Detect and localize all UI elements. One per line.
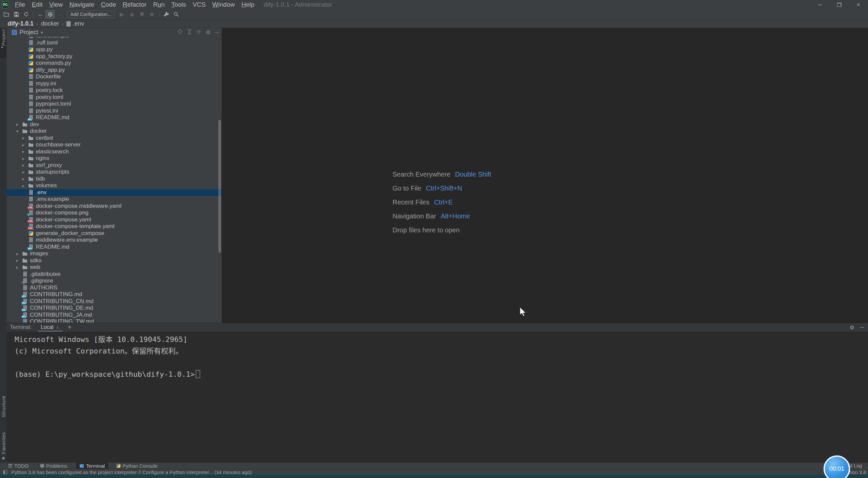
toolwindow-tab-terminal[interactable]: >_Terminal [76,463,108,469]
tree-item-CONTRIBUTING_CN.md[interactable]: MDCONTRIBUTING_CN.md [7,298,222,305]
save-all-button[interactable] [11,10,21,19]
toolwindow-tab-python-console[interactable]: Python Console [113,463,161,469]
menu-view[interactable]: View [46,0,66,9]
tree-item-couchbase-server[interactable]: ▸couchbase-server [7,141,222,148]
project-panel-header[interactable]: Project ▾ ⚙ ─ [7,28,222,37]
tree-item-docker-compose.middleware.yaml[interactable]: YMLdocker-compose.middleware.yaml [7,203,222,210]
hovered-navigate-button[interactable] [45,10,55,19]
toolwindow-tab-problems[interactable]: !Problems [36,463,70,469]
tree-item-.gitignore[interactable]: .gitignore [7,277,222,285]
coverage-button[interactable] [137,10,147,19]
chevron-right-icon[interactable]: ▸ [22,136,28,141]
chevron-right-icon[interactable]: ▸ [16,251,22,256]
stripe-tab-favorites[interactable]: Favorites ★ [0,432,7,466]
tree-item-README.md[interactable]: MDREADME.md [7,114,222,121]
menu-help[interactable]: Help [238,0,257,9]
menu-file[interactable]: File [11,0,29,9]
tree-item-certbot[interactable]: ▸certbot [7,135,222,142]
tree-item-volumes[interactable]: ▸volumes [7,182,222,189]
tree-item-Dockerfile[interactable]: Dockerfile [7,73,222,80]
debug-button[interactable] [127,10,137,19]
tree-item-README.md[interactable]: MDREADME.md [7,244,222,250]
breadcrumb-project[interactable]: dify-1.0.1 [8,20,33,27]
tree-item-.gitattributes[interactable]: .gitattributes [7,271,222,278]
breadcrumb-file[interactable]: .env [73,20,84,27]
hide-panel-icon[interactable]: ─ [215,30,219,35]
tree-item-.env[interactable]: .env [7,189,222,196]
search-everywhere-button[interactable] [171,10,181,19]
menu-tools[interactable]: Tools [168,0,189,9]
restore-button[interactable] [830,0,849,9]
chevron-right-icon[interactable]: ▸ [16,122,22,127]
chevron-right-icon[interactable]: ▸ [22,149,28,154]
back-button[interactable]: ← [35,10,45,19]
tree-item-docker-compose.yaml[interactable]: YMLdocker-compose.yaml [7,216,222,223]
tree-item-CONTRIBUTING_TW.md[interactable]: MDCONTRIBUTING_TW.md [7,318,222,323]
chevron-right-icon[interactable]: ▸ [22,170,28,175]
tree-item-app_factory.py[interactable]: app_factory.py [7,53,222,60]
tree-item-docker-compose-template.yaml[interactable]: YMLdocker-compose-template.yaml [7,223,222,230]
menu-run[interactable]: Run [150,0,168,9]
menu-code[interactable]: Code [98,0,119,9]
open-folder-button[interactable] [1,10,11,19]
tree-item-poetry.lock[interactable]: poetry.lock [7,87,222,94]
tree-item-pytest.ini[interactable]: pytest.ini [7,108,222,115]
tree-item-app.py[interactable]: app.py [7,46,222,53]
menu-refactor[interactable]: Refactor [119,0,150,9]
tree-item-startupscripts[interactable]: ▸startupscripts [7,169,222,176]
minimize-button[interactable]: ─ [810,0,830,9]
tree-item-.env.example[interactable]: .env.example [7,37,222,39]
terminal-settings-gear-icon[interactable]: ⚙ [849,324,854,331]
wrench-button[interactable] [161,10,171,19]
locate-file-icon[interactable] [178,29,183,35]
tree-item-dify_app.py[interactable]: dify_app.py [7,67,222,74]
chevron-right-icon[interactable]: ▸ [22,163,28,168]
tree-scrollbar[interactable] [218,120,221,252]
tree-item-poetry.toml[interactable]: poetry.toml [7,94,222,101]
tree-item-dev[interactable]: ▸dev [7,121,222,128]
collapse-all-icon[interactable] [196,30,201,35]
tree-item-CONTRIBUTING.md[interactable]: MDCONTRIBUTING.md [7,291,222,298]
tree-item-.ruff.toml[interactable]: .ruff.toml [7,39,222,47]
chevron-right-icon[interactable]: ▸ [22,176,28,181]
tree-item-pyproject.toml[interactable]: pyproject.toml [7,100,222,108]
tree-item-elasticsearch[interactable]: ▸elasticsearch [7,148,222,155]
forward-button[interactable]: → [55,10,65,19]
stop-button[interactable]: ■ [147,10,157,19]
tree-item-.env.example[interactable]: .env.example [7,196,222,203]
menu-edit[interactable]: Edit [29,0,46,9]
close-tab-icon[interactable]: × [56,325,59,330]
synchronize-button[interactable] [21,10,31,19]
tree-item-AUTHORS[interactable]: AUTHORS [7,285,222,292]
chevron-right-icon[interactable]: ▸ [22,183,28,188]
tree-item-ssrf_proxy[interactable]: ▸ssrf_proxy [7,162,222,169]
chevron-right-icon[interactable]: ▸ [16,258,22,263]
tree-item-tidb[interactable]: ▸tidb [7,176,222,183]
chevron-right-icon[interactable]: ▸ [16,265,22,270]
tree-item-images[interactable]: ▸images [7,250,222,257]
menu-navigate[interactable]: Navigate [66,0,98,9]
run-button[interactable]: ▶ [117,10,127,19]
tree-item-web[interactable]: ▸web [7,264,222,271]
new-terminal-session-button[interactable]: + [68,324,72,331]
gear-icon[interactable]: ⚙ [206,29,210,35]
stripe-tab-project[interactable]: Project [0,29,7,58]
menu-vcs[interactable]: VCS [189,0,209,9]
tree-item-docker[interactable]: ▾docker [7,128,222,135]
tree-item-mypy.ini[interactable]: mypy.ini [7,80,222,87]
tree-item-CONTRIBUTING_JA.md[interactable]: MDCONTRIBUTING_JA.md [7,312,222,319]
tree-item-nginx[interactable]: ▸nginx [7,155,222,162]
tree-item-commands.py[interactable]: commands.py [7,60,222,67]
toolwindow-toggle-icon[interactable] [3,470,7,474]
toolwindow-tab-todo[interactable]: TODO [5,463,32,469]
menu-window[interactable]: Window [209,0,238,9]
terminal-tab-local[interactable]: Local × [41,323,59,332]
tree-item-CONTRIBUTING_DE.md[interactable]: MDCONTRIBUTING_DE.md [7,305,222,312]
breadcrumb-folder[interactable]: docker [41,20,59,27]
chevron-right-icon[interactable]: ▸ [22,156,28,161]
chevron-down-icon[interactable]: ▾ [16,129,22,134]
close-button[interactable]: × [849,0,868,9]
expand-all-icon[interactable] [187,30,192,35]
tree-item-generate_docker_compose[interactable]: generate_docker_compose [7,230,222,237]
tree-item-docker-compose.png[interactable]: docker-compose.png [7,209,222,216]
